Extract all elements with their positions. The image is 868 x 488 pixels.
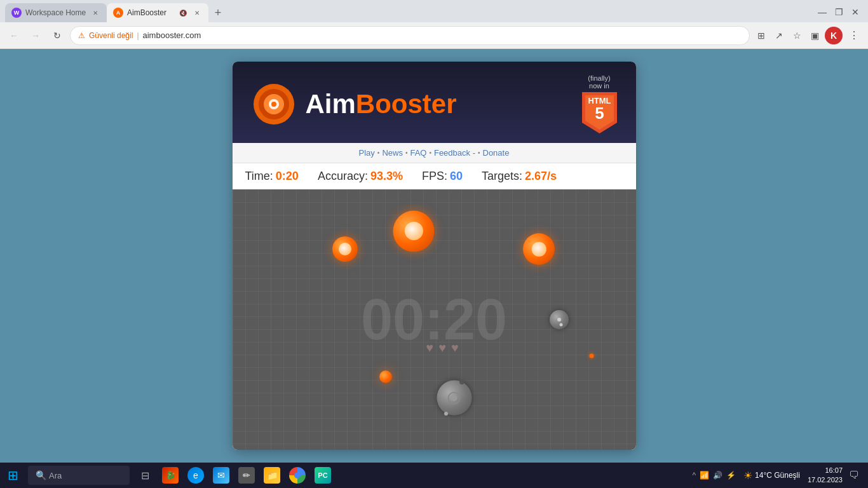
window-controls: — ❐ ✕ [815, 4, 863, 22]
sys-tray: ^ 📶 🔊 ⚡ [692, 471, 736, 480]
date-display: 17.02.2023 [808, 475, 843, 485]
svg-point-4 [271, 102, 276, 107]
taskbar-app-mail[interactable]: ✉ [208, 463, 234, 488]
start-button[interactable]: ⊞ [0, 463, 25, 488]
translate-icon[interactable]: ⊞ [754, 28, 769, 43]
weather-widget[interactable]: ☀ 14°C Güneşli [743, 470, 800, 482]
forward-button[interactable]: → [27, 27, 44, 44]
target-1[interactable] [332, 236, 358, 262]
tab-workspace-title: Workspace Home [25, 8, 86, 17]
logo-section: AimBooster [252, 82, 457, 126]
page-content: AimBooster (finally) now in [0, 49, 868, 463]
game-stats: Time: 0:20 Accuracy: 93.3% FPS: 60 Targe… [233, 163, 636, 189]
tray-network-icon[interactable]: 📶 [700, 471, 709, 480]
tab-workspace-close[interactable]: ✕ [90, 8, 100, 18]
clock[interactable]: 16:07 17.02.2023 [808, 466, 843, 485]
notification-button[interactable]: 🗨 [845, 466, 863, 484]
target-4[interactable] [550, 310, 569, 329]
time-display: 16:07 [808, 466, 843, 475]
taskbar-app-explorer[interactable]: 📁 [259, 463, 285, 488]
menu-button[interactable]: ⋮ [845, 27, 863, 44]
nav-faq[interactable]: FAQ [410, 148, 426, 158]
target-dot-3 [444, 412, 448, 416]
target-3[interactable] [523, 233, 555, 265]
target-7[interactable] [589, 354, 593, 358]
refresh-button[interactable]: ↻ [48, 27, 66, 44]
target-2[interactable] [393, 210, 435, 252]
new-tab-button[interactable]: + [208, 3, 227, 22]
stat-accuracy: Accuracy: 93.3% [318, 170, 403, 183]
tab-aimbooster-title: AimBooster [127, 8, 174, 17]
time-value: 0:20 [276, 170, 299, 183]
url-text: aimbooster.com [143, 30, 742, 40]
pycharm-icon: PC [318, 471, 327, 479]
accuracy-label: Accuracy: [318, 170, 368, 183]
windows-icon: ⊞ [8, 468, 18, 483]
security-warning-icon: ⚠ [78, 31, 85, 40]
target-6[interactable] [437, 381, 471, 416]
heart-2: ♥ [438, 341, 446, 355]
fps-value: 60 [450, 170, 463, 183]
address-bar: ← → ↻ ⚠ Güvenli değil | aimbooster.com ⊞… [0, 22, 868, 49]
targets-value: 2.67/s [525, 170, 557, 183]
share-icon[interactable]: ↗ [771, 28, 787, 43]
taskview-icon: ⊟ [141, 470, 149, 482]
logo-text: AimBooster [306, 89, 457, 119]
taskbar: ⊞ 🔍 Ara ⊟ 🐉 e ✉ ✏ [0, 463, 868, 488]
taskbar-app-pycharm[interactable]: PC [310, 463, 336, 488]
logo-icon [252, 82, 296, 126]
folder-icon: 📁 [267, 470, 278, 480]
maximize-button[interactable]: ❐ [831, 4, 846, 20]
target-dot-2 [560, 323, 563, 327]
tray-volume-icon[interactable]: 🔊 [713, 471, 722, 480]
taskbar-app-dragon[interactable]: 🐉 [158, 463, 183, 488]
nav-feedback[interactable]: Feedback - [434, 148, 475, 158]
target-5[interactable] [379, 370, 392, 383]
nav-play[interactable]: Play [359, 148, 375, 158]
tab-aimbooster[interactable]: A AimBooster 🔇 ✕ [107, 3, 208, 22]
minimize-button[interactable]: — [815, 4, 830, 20]
notification-icon: 🗨 [849, 470, 859, 481]
sidebar-icon[interactable]: ▣ [807, 28, 822, 43]
weather-text: 14°C Güneşli [755, 471, 800, 480]
taskbar-app-edge[interactable]: e [183, 463, 208, 488]
tab-mute-icon[interactable]: 🔇 [178, 8, 188, 18]
nav-donate[interactable]: Donate [483, 148, 510, 158]
html5-text-above: (finally) now in [588, 74, 610, 90]
tab-workspace[interactable]: W Workspace Home ✕ [5, 3, 107, 22]
nav-news[interactable]: News [382, 148, 403, 158]
accuracy-value: 93.3% [370, 170, 403, 183]
close-button[interactable]: ✕ [848, 4, 863, 20]
taskbar-app-chrome[interactable] [285, 463, 310, 488]
weather-icon: ☀ [743, 470, 752, 482]
game-canvas[interactable]: 00:20 [233, 189, 636, 450]
pen-icon: ✏ [243, 470, 250, 480]
bookmark-icon[interactable]: ☆ [789, 28, 804, 43]
fps-label: FPS: [422, 170, 447, 183]
heart-3: ♥ [451, 341, 459, 355]
tab-bar: W Workspace Home ✕ A AimBooster 🔇 ✕ + — … [0, 0, 868, 22]
chrome-center [294, 472, 301, 478]
search-placeholder: Ara [49, 471, 62, 480]
taskbar-right: ^ 📶 🔊 ⚡ ☀ 14°C Güneşli 16:07 17.02.2023 … [692, 466, 868, 485]
taskview-button[interactable]: ⊟ [132, 463, 158, 488]
html5-shield: 5 HTML [582, 92, 617, 133]
tray-up-arrow[interactable]: ^ [692, 471, 696, 480]
tray-camera-icon[interactable]: ⚡ [726, 471, 736, 480]
stat-time: Time: 0:20 [245, 170, 299, 183]
profile-button[interactable]: K [825, 27, 843, 44]
separator: | [137, 31, 139, 40]
back-button[interactable]: ← [5, 27, 23, 44]
game-container: AimBooster (finally) now in [233, 62, 636, 450]
hearts-display: ♥ ♥ ♥ [426, 341, 459, 355]
tab-aimbooster-close[interactable]: ✕ [192, 8, 202, 18]
taskbar-app-pen[interactable]: ✏ [234, 463, 259, 488]
html5-badge: (finally) now in 5 HTML [582, 74, 617, 133]
targets-label: Targets: [482, 170, 522, 183]
taskbar-search[interactable]: 🔍 Ara [28, 466, 130, 485]
logo-aim: Aim [306, 89, 356, 119]
address-input[interactable]: ⚠ Güvenli değil | aimbooster.com [70, 26, 750, 45]
game-nav: Play • News • FAQ • Feedback - • Donate [233, 143, 636, 163]
edge-icon: e [193, 470, 198, 480]
target-dot[interactable] [459, 379, 465, 384]
